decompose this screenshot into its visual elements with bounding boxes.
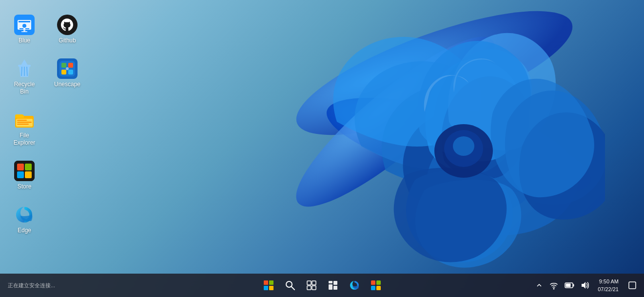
- svg-rect-55: [371, 286, 375, 290]
- svg-point-5: [453, 136, 474, 156]
- recycle-label: RecycleBin: [14, 81, 35, 96]
- svg-rect-56: [376, 286, 381, 290]
- svg-rect-62: [629, 282, 636, 289]
- recycle-icon: [14, 58, 35, 79]
- svg-rect-42: [269, 286, 273, 290]
- battery-button[interactable]: [563, 276, 576, 295]
- taskbar-right: 9:50 AM 07/22/21: [533, 276, 640, 295]
- svg-rect-39: [264, 280, 268, 285]
- svg-rect-50: [333, 281, 337, 285]
- store-taskbar-button[interactable]: [366, 276, 386, 295]
- svg-rect-11: [25, 28, 29, 29]
- svg-rect-59: [566, 284, 571, 287]
- svg-rect-37: [68, 70, 73, 74]
- svg-rect-29: [17, 171, 24, 178]
- svg-rect-25: [17, 124, 29, 125]
- desktop-icon-unescape[interactable]: Unescape: [48, 56, 87, 91]
- edge-icon: [14, 204, 35, 225]
- svg-line-19: [27, 67, 27, 76]
- svg-rect-47: [307, 286, 311, 290]
- desktop-icon-recycle[interactable]: RecycleBin: [5, 56, 44, 98]
- svg-rect-27: [17, 164, 24, 170]
- svg-rect-24: [17, 122, 32, 123]
- taskview-button[interactable]: [302, 276, 321, 295]
- svg-line-44: [292, 287, 294, 290]
- fileexplorer-label: FileExplorer: [14, 132, 36, 147]
- svg-rect-34: [61, 63, 66, 68]
- svg-line-17: [21, 67, 22, 76]
- svg-rect-10: [20, 28, 23, 29]
- taskbar: 正在建立安全连接...: [0, 274, 644, 297]
- svg-rect-13: [21, 31, 27, 32]
- svg-rect-8: [19, 21, 30, 22]
- tray-expand-button[interactable]: [533, 276, 545, 295]
- svg-rect-60: [573, 284, 574, 287]
- svg-point-9: [22, 24, 26, 28]
- date-display: 07/22/21: [598, 285, 619, 294]
- desktop: Blue RecycleBin: [0, 0, 644, 297]
- svg-rect-35: [68, 63, 73, 68]
- store-icon: [14, 161, 35, 181]
- notification-button[interactable]: [624, 276, 640, 295]
- widgets-button[interactable]: [323, 276, 343, 295]
- search-button[interactable]: [280, 276, 300, 295]
- svg-marker-61: [582, 282, 585, 289]
- taskbar-status-text: 正在建立安全连接...: [4, 282, 55, 289]
- unescape-icon: [57, 58, 78, 79]
- unescape-label: Unescape: [54, 81, 80, 89]
- fileexplorer-icon: [14, 110, 35, 130]
- svg-rect-51: [329, 284, 332, 290]
- svg-rect-36: [61, 70, 66, 74]
- svg-rect-48: [312, 286, 316, 290]
- blue-icon: [14, 15, 35, 35]
- store-label: Store: [18, 183, 32, 191]
- datetime-display[interactable]: 9:50 AM 07/22/21: [594, 278, 623, 294]
- desktop-icon-github[interactable]: Github: [48, 12, 87, 47]
- taskbar-center: [259, 276, 386, 295]
- github-label: Github: [59, 37, 76, 45]
- svg-rect-30: [25, 171, 32, 178]
- svg-rect-41: [264, 286, 268, 290]
- svg-rect-45: [307, 281, 311, 285]
- svg-point-57: [553, 288, 555, 290]
- desktop-icon-fileexplorer[interactable]: FileExplorer: [5, 107, 44, 149]
- desktop-icons-col1: Blue RecycleBin: [0, 5, 49, 244]
- wallpaper-bloom: [191, 0, 605, 297]
- edge-taskbar-button[interactable]: [345, 276, 364, 295]
- svg-point-38: [66, 67, 69, 70]
- svg-point-43: [286, 281, 292, 287]
- svg-rect-54: [376, 280, 381, 285]
- svg-rect-26: [14, 161, 35, 181]
- github-icon: [57, 15, 78, 35]
- blue-label: Blue: [19, 37, 30, 45]
- time-display: 9:50 AM: [599, 278, 619, 286]
- desktop-icons-col2: Github Unescape: [43, 5, 92, 98]
- svg-rect-52: [333, 286, 337, 290]
- svg-rect-23: [17, 120, 27, 121]
- volume-button[interactable]: [578, 276, 592, 295]
- edge-label: Edge: [18, 227, 31, 235]
- wifi-button[interactable]: [547, 276, 561, 295]
- svg-rect-49: [329, 281, 332, 283]
- svg-rect-53: [371, 280, 375, 285]
- desktop-icon-blue[interactable]: Blue: [5, 12, 44, 47]
- start-button[interactable]: [259, 276, 278, 295]
- svg-rect-40: [269, 280, 273, 285]
- svg-rect-28: [25, 164, 32, 170]
- desktop-icon-edge[interactable]: Edge: [5, 202, 44, 237]
- desktop-icon-store[interactable]: Store: [5, 158, 44, 193]
- svg-rect-20: [22, 63, 27, 65]
- svg-rect-46: [312, 281, 316, 285]
